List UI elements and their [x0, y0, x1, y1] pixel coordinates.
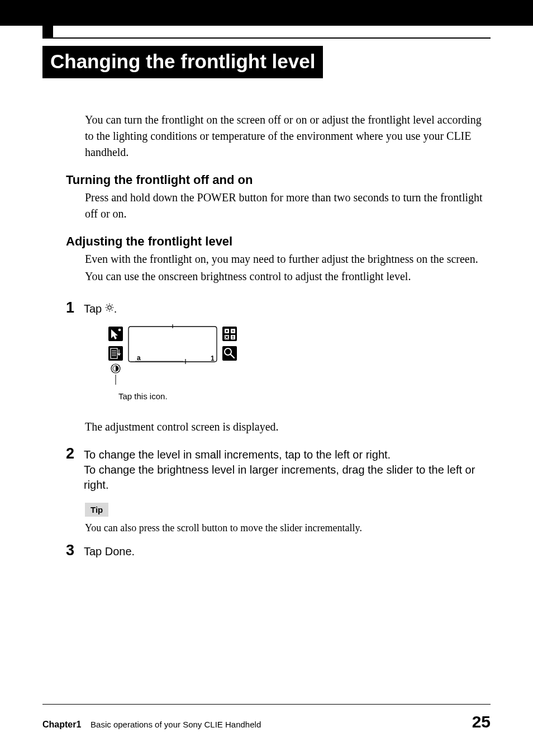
step-1-text-post: .: [114, 303, 117, 315]
section-body-adjusting-1: Even with the frontlight on, you may nee…: [85, 251, 491, 267]
section-body-turning: Press and hold down the POWER button for…: [85, 190, 491, 222]
section-heading-turning: Turning the frontlight off and on: [66, 173, 491, 187]
chapter-subtitle: Basic operations of your Sony CLIE Handh…: [91, 720, 261, 729]
svg-line-6: [112, 310, 113, 311]
svg-line-7: [106, 310, 107, 311]
graffiti-letter-a: a: [137, 354, 141, 362]
footer-chapter: Chapter1 Basic operations of your Sony C…: [42, 720, 261, 730]
graffiti-diagram: a 1 Tap this icon.: [107, 324, 241, 401]
page-title: Changing the frontlight level: [42, 46, 323, 78]
graffiti-digit-1: 1: [211, 355, 215, 362]
step-3: 3 Tap Done.: [66, 542, 491, 559]
page-content: Changing the frontlight level You can tu…: [42, 46, 491, 559]
adjustment-displayed-text: The adjustment control screen is display…: [85, 419, 491, 435]
step-2: 2 To change the level in small increment…: [66, 445, 491, 493]
page-number: 25: [472, 712, 491, 731]
header-tab: [42, 0, 53, 37]
tip-text: You can also press the scroll button to …: [85, 522, 491, 534]
section-heading-adjusting: Adjusting the frontlight level: [66, 234, 491, 249]
step-number: 2: [66, 445, 84, 462]
svg-line-5: [106, 305, 107, 306]
header-bar: [0, 0, 533, 26]
tip-label: Tip: [85, 503, 108, 517]
section-body-adjusting-2: You can use the onscreen brightness cont…: [85, 268, 491, 285]
svg-point-0: [108, 306, 111, 309]
step-1-text: Tap .: [84, 301, 117, 316]
step-number: 3: [66, 542, 84, 559]
page-footer: Chapter1 Basic operations of your Sony C…: [42, 704, 491, 732]
footer-divider: [42, 704, 491, 705]
svg-point-10: [118, 329, 121, 332]
header-divider: [42, 37, 491, 39]
step-2-text: To change the level in small increments,…: [84, 447, 491, 493]
step-3-text: Tap Done.: [84, 544, 135, 559]
step-1-text-pre: Tap: [84, 303, 105, 315]
svg-line-8: [112, 305, 113, 306]
step-number: 1: [66, 299, 84, 316]
diagram-caption: Tap this icon.: [118, 391, 241, 401]
brightness-icon: [105, 304, 114, 314]
intro-paragraph: You can turn the frontlight on the scree…: [85, 112, 491, 160]
chapter-label: Chapter1: [42, 720, 81, 729]
svg-rect-27: [231, 335, 235, 339]
step-1: 1 Tap .: [66, 299, 491, 316]
